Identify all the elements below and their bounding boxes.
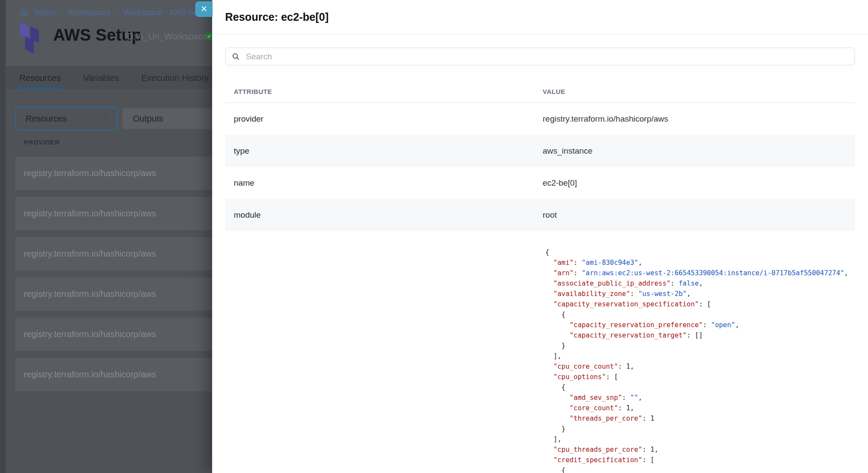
attribute-table: ATTRIBUTE VALUE providerregistry.terrafo… [225,80,855,473]
close-button[interactable]: ✕ [195,1,213,17]
value-cell: ec2-be[0] [540,178,855,188]
drawer-title: Resource: ec2-be[0] [225,0,329,34]
table-row: typeaws_instance [225,135,855,167]
table-row: nameec2-be[0] [225,167,855,199]
table-row: moduleroot [225,199,855,231]
resource-drawer: ✕ Resource: ec2-be[0] ATTRIBUTE VALUE pr… [212,0,868,473]
table-header-row: ATTRIBUTE VALUE [225,80,855,103]
value-cell: aws_instance [540,146,855,156]
close-icon: ✕ [200,4,207,13]
value-cell: registry.terraform.io/hashicorp/aws [540,114,855,124]
value-cell: { "ami": "ami-830c94e3", "arn": "arn:aws… [540,231,855,473]
value-column-header: VALUE [540,80,855,103]
table-row: providerregistry.terraform.io/hashicorp/… [225,103,855,135]
resource-state-json: { "ami": "ami-830c94e3", "arn": "arn:aws… [543,231,855,473]
value-cell: root [540,210,855,220]
attribute-cell: name [225,178,540,188]
app-root: Testim > Workspaces > Workspace - AWS Se… [0,0,868,473]
attribute-table-body: providerregistry.terraform.io/hashicorp/… [225,103,855,231]
attribute-cell: provider [225,114,540,124]
search-box [225,48,855,65]
attribute-cell: module [225,210,540,220]
search-icon [232,52,240,61]
search-input[interactable] [245,51,849,62]
title-divider [212,34,868,34]
table-row-state: { "ami": "ami-830c94e3", "arn": "arn:aws… [225,231,855,473]
modal-overlay[interactable] [0,0,212,473]
attribute-cell: type [225,146,540,156]
attribute-column-header: ATTRIBUTE [225,80,540,103]
